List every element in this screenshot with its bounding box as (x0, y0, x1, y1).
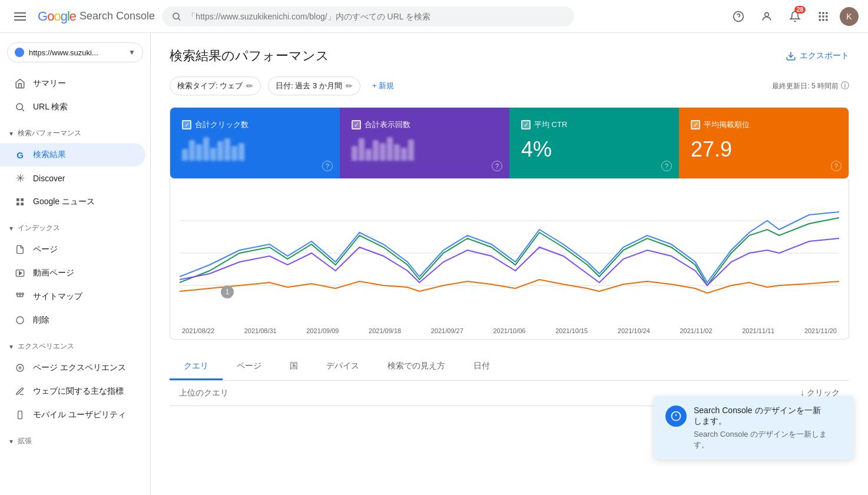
account-button[interactable] (755, 5, 778, 28)
collapse-arrow-icon: ▾ (9, 437, 13, 446)
svg-rect-22 (16, 293, 18, 295)
search-type-filter[interactable]: 検索タイプ: ウェブ ✏ (170, 77, 261, 95)
chart-area: 1 2021/08/22 (170, 179, 849, 340)
svg-rect-11 (819, 19, 821, 21)
sidebar-item-label: ページ (33, 244, 58, 255)
date-label: 2021/10/24 (618, 327, 650, 334)
sidebar-item-search-results[interactable]: G 検索結果 (0, 143, 145, 167)
sidebar-item-url-check[interactable]: URL 検索 (0, 95, 145, 119)
section-label: エクスペリエンス (18, 341, 74, 351)
metric-card-position[interactable]: 平均掲載順位 27.9 ? (679, 108, 849, 178)
tab-device[interactable]: デバイス (312, 354, 373, 380)
chevron-down-icon: ▼ (128, 48, 135, 57)
toast-body: Search Console のデザインを一新します。 Search Conso… (694, 406, 842, 450)
tab-date[interactable]: 日付 (459, 354, 504, 380)
last-updated-text: 最終更新日: 5 時間前 (772, 81, 839, 91)
nav-section-header-ext[interactable]: ▾ 拡張 (0, 431, 150, 451)
sidebar-item-label: サイトマップ (33, 291, 82, 302)
metric-card-ctr[interactable]: 平均 CTR 4% ? (509, 108, 679, 178)
metric-checkbox-position[interactable] (691, 120, 700, 129)
search-bar (162, 6, 574, 26)
avatar[interactable]: K (840, 7, 859, 26)
tab-country[interactable]: 国 (276, 354, 312, 380)
svg-rect-16 (16, 198, 19, 201)
menu-button[interactable] (9, 8, 31, 25)
topbar-actions: 28 K (727, 5, 859, 28)
svg-point-4 (765, 12, 769, 16)
sidebar-item-label: サマリー (33, 78, 66, 89)
svg-point-29 (16, 317, 24, 324)
section-label: インデックス (18, 223, 60, 233)
line-chart (180, 188, 839, 318)
sidebar-item-mobile[interactable]: モバイル ユーザビリティ (0, 403, 145, 427)
nav-section-header-search[interactable]: ▾ 検索パフォーマンス (0, 124, 150, 143)
sidebar-item-page-exp[interactable]: ページ エクスペリエンス (0, 356, 145, 380)
site-selector-button[interactable]: https://www.suzuki... ▼ (7, 42, 143, 62)
tab-query[interactable]: クエリ (170, 354, 223, 380)
chart-date-labels: 2021/08/22 2021/08/31 2021/09/09 2021/09… (180, 327, 839, 334)
site-icon (15, 48, 24, 57)
metric-value-position: 27.9 (691, 137, 837, 162)
sidebar-item-discover[interactable]: ✳ Discover (0, 167, 145, 190)
metric-checkbox-ctr[interactable] (521, 120, 531, 129)
date-label: 2021/11/20 (804, 327, 837, 334)
sidebar-item-web-vitals[interactable]: ウェブに関する主な指標 (0, 380, 145, 403)
tab-search-appearance[interactable]: 検索での見え方 (373, 354, 459, 380)
svg-rect-10 (826, 15, 827, 17)
sidebar-item-label: モバイル ユーザビリティ (33, 410, 126, 420)
sidebar-item-google-news[interactable]: Google ニュース (0, 190, 145, 214)
metric-header-ctr: 平均 CTR (521, 119, 667, 130)
search-input[interactable] (187, 12, 565, 21)
sidebar-item-label: ページ エクスペリエンス (33, 363, 126, 373)
metric-help-impressions[interactable]: ? (492, 161, 502, 171)
site-url: https://www.suzuki... (29, 48, 124, 57)
impressions-chart (352, 137, 498, 161)
toast-notification[interactable]: Search Console のデザインを一新します。 Search Conso… (654, 396, 854, 460)
new-filter-button[interactable]: + 新規 (367, 77, 399, 95)
metric-card-clicks[interactable]: 合計クリック数 ? (170, 108, 340, 178)
sidebar-item-label: ウェブに関する主な指標 (33, 386, 124, 397)
nav-section-header-exp[interactable]: ▾ エクスペリエンス (0, 337, 150, 356)
svg-rect-19 (21, 202, 24, 205)
metric-checkbox-clicks[interactable] (182, 120, 191, 129)
date-filter[interactable]: 日付: 過去 3 か月間 ✏ (268, 77, 360, 95)
export-button[interactable]: エクスポート (786, 51, 849, 61)
download-icon (786, 51, 796, 61)
svg-line-15 (22, 109, 24, 111)
svg-rect-17 (21, 198, 24, 201)
sidebar-item-label: 動画ページ (33, 268, 74, 278)
metric-help-clicks[interactable]: ? (322, 161, 333, 171)
metric-help-position[interactable]: ? (831, 161, 842, 171)
google-g-icon: G (14, 149, 26, 161)
chart-marker: 1 (221, 285, 234, 298)
date-label: 2021/10/06 (493, 327, 525, 334)
discover-icon: ✳ (14, 172, 26, 184)
apps-button[interactable] (811, 5, 835, 28)
sidebar-item-summary[interactable]: サマリー (0, 72, 145, 95)
metric-label-clicks: 合計クリック数 (195, 119, 249, 130)
sidebar-item-sitemap[interactable]: サイトマップ (0, 285, 145, 308)
metric-header-clicks: 合計クリック数 (182, 119, 328, 130)
sidebar-item-remove[interactable]: 削除 (0, 308, 145, 332)
filter-bar: 検索タイプ: ウェブ ✏ 日付: 過去 3 か月間 ✏ + 新規 最終更新日: … (170, 77, 849, 95)
svg-rect-8 (819, 15, 821, 17)
sidebar-item-label: 削除 (33, 315, 49, 325)
toast-icon (665, 406, 687, 427)
nav-section-header-index[interactable]: ▾ インデックス (0, 218, 150, 238)
sidebar-item-video-pages[interactable]: 動画ページ (0, 261, 145, 285)
metric-card-impressions[interactable]: 合計表示回数 ? (340, 108, 509, 178)
plus-circle-icon (14, 362, 26, 374)
svg-rect-23 (19, 293, 21, 295)
last-updated: 最終更新日: 5 時間前 ⓘ (772, 81, 849, 91)
svg-rect-12 (822, 19, 824, 21)
toast-subtitle: Search Console のデザインを一新します。 (694, 429, 842, 450)
tab-page[interactable]: ページ (223, 354, 276, 380)
grid-icon (14, 196, 26, 208)
sidebar: https://www.suzuki... ▼ サマリー URL 検索 ▾ 検索… (0, 33, 151, 495)
metric-help-ctr[interactable]: ? (661, 161, 672, 171)
help-button[interactable] (727, 5, 750, 28)
filter-search-type-label: 検索タイプ: ウェブ (177, 81, 243, 91)
sidebar-item-pages[interactable]: ページ (0, 238, 145, 261)
metric-checkbox-impressions[interactable] (352, 120, 361, 129)
date-label: 2021/10/15 (555, 327, 588, 334)
